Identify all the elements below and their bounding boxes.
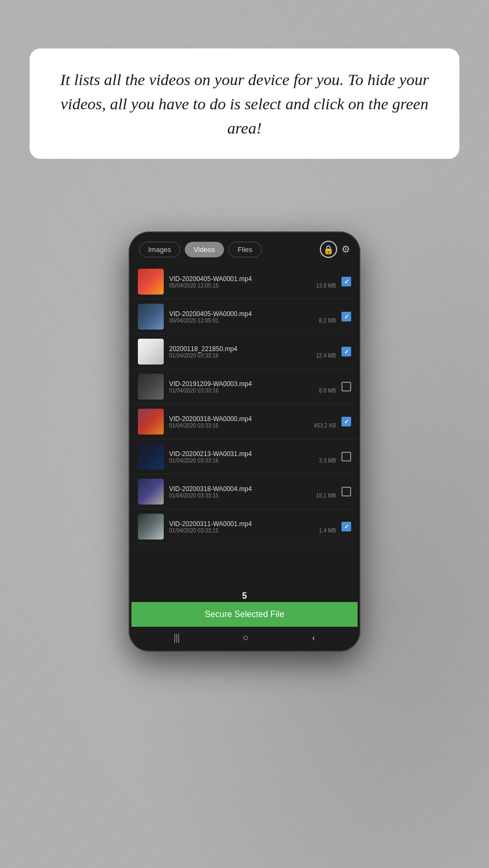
file-thumb-4 bbox=[138, 409, 164, 435]
nav-bar: ||| ○ ‹ bbox=[131, 627, 358, 649]
file-size-5: 3.3 MB bbox=[319, 458, 336, 464]
tab-images[interactable]: Images bbox=[139, 242, 180, 257]
tab-icons: 🔒 ⚙ bbox=[320, 241, 350, 258]
file-size-0: 13.8 MB bbox=[316, 283, 336, 289]
secure-selected-button[interactable]: Secure Selected File bbox=[131, 602, 358, 627]
file-checkbox-2[interactable] bbox=[341, 347, 351, 356]
file-name-5: VID-20200213-WA0031.mp4 bbox=[169, 450, 336, 458]
phone-device: Images Videos Files 🔒 ⚙ VID-20200405-WA0… bbox=[129, 232, 360, 652]
file-size-3: 8.8 MB bbox=[319, 388, 336, 394]
file-checkbox-4[interactable] bbox=[341, 417, 351, 426]
file-checkbox-3[interactable] bbox=[341, 382, 351, 391]
file-name-2: 20200118_221850.mp4 bbox=[169, 345, 336, 353]
file-list: VID-20200405-WA0001.mp4 05/04/2020 12:05… bbox=[131, 264, 358, 589]
tab-videos[interactable]: Videos bbox=[185, 242, 225, 257]
tab-files[interactable]: Files bbox=[228, 242, 261, 257]
file-meta-0: 05/04/2020 12:05:16 13.8 MB bbox=[169, 283, 336, 289]
phone-screen: Images Videos Files 🔒 ⚙ VID-20200405-WA0… bbox=[131, 234, 358, 649]
tab-bar: Images Videos Files 🔒 ⚙ bbox=[131, 234, 358, 264]
file-name-3: VID-20191209-WA0003.mp4 bbox=[169, 380, 336, 388]
file-date-4: 01/04/2020 03:33:16 bbox=[169, 423, 219, 429]
file-item-0[interactable]: VID-20200405-WA0001.mp4 05/04/2020 12:05… bbox=[131, 264, 358, 299]
file-date-7: 01/04/2020 03:33:15 bbox=[169, 528, 219, 534]
file-info-0: VID-20200405-WA0001.mp4 05/04/2020 12:05… bbox=[169, 275, 336, 289]
file-checkbox-1[interactable] bbox=[341, 312, 351, 321]
file-size-7: 1.4 MB bbox=[319, 528, 336, 534]
file-name-1: VID-20200405-WA0000.mp4 bbox=[169, 310, 336, 318]
file-size-6: 18.1 MB bbox=[316, 493, 336, 499]
file-meta-5: 01/04/2020 03:33:16 3.3 MB bbox=[169, 458, 336, 464]
file-size-1: 8.2 MB bbox=[319, 318, 336, 324]
file-info-6: VID-20200318-WA0004.mp4 01/04/2020 03:33… bbox=[169, 485, 336, 499]
file-checkbox-0[interactable] bbox=[341, 277, 351, 286]
file-meta-1: 05/04/2020 12:05:01 8.2 MB bbox=[169, 318, 336, 324]
file-date-0: 05/04/2020 12:05:16 bbox=[169, 283, 219, 289]
file-info-2: 20200118_221850.mp4 01/04/2020 03:33:16 … bbox=[169, 345, 336, 359]
action-count: 5 bbox=[131, 589, 358, 602]
file-date-2: 01/04/2020 03:33:16 bbox=[169, 353, 219, 359]
lock-icon[interactable]: 🔒 bbox=[320, 241, 337, 258]
file-thumb-6 bbox=[138, 479, 164, 505]
file-item-3[interactable]: VID-20191209-WA0003.mp4 01/04/2020 03:33… bbox=[131, 369, 358, 404]
file-info-1: VID-20200405-WA0000.mp4 05/04/2020 12:05… bbox=[169, 310, 336, 324]
back-nav-icon[interactable]: ||| bbox=[174, 632, 180, 643]
file-thumb-2 bbox=[138, 339, 164, 365]
file-info-7: VID-20200311-WA0001.mp4 01/04/2020 03:33… bbox=[169, 520, 336, 534]
file-name-0: VID-20200405-WA0001.mp4 bbox=[169, 275, 336, 283]
file-meta-6: 01/04/2020 03:33:15 18.1 MB bbox=[169, 493, 336, 499]
file-checkbox-7[interactable] bbox=[341, 522, 351, 531]
file-item-7[interactable]: VID-20200311-WA0001.mp4 01/04/2020 03:33… bbox=[131, 509, 358, 544]
file-checkbox-6[interactable] bbox=[341, 487, 351, 496]
file-date-1: 05/04/2020 12:05:01 bbox=[169, 318, 219, 324]
file-thumb-0 bbox=[138, 269, 164, 295]
file-name-7: VID-20200311-WA0001.mp4 bbox=[169, 520, 336, 528]
file-info-5: VID-20200213-WA0031.mp4 01/04/2020 03:33… bbox=[169, 450, 336, 464]
file-item-6[interactable]: VID-20200318-WA0004.mp4 01/04/2020 03:33… bbox=[131, 474, 358, 509]
file-meta-3: 01/04/2020 03:33:16 8.8 MB bbox=[169, 388, 336, 394]
file-date-5: 01/04/2020 03:33:16 bbox=[169, 458, 219, 464]
file-thumb-5 bbox=[138, 444, 164, 470]
file-thumb-1 bbox=[138, 304, 164, 330]
file-thumb-7 bbox=[138, 514, 164, 540]
file-checkbox-5[interactable] bbox=[341, 452, 351, 461]
file-meta-4: 01/04/2020 03:33:16 453.2 KB bbox=[169, 423, 336, 429]
file-item-1[interactable]: VID-20200405-WA0000.mp4 05/04/2020 12:05… bbox=[131, 299, 358, 334]
gear-icon[interactable]: ⚙ bbox=[341, 243, 350, 255]
file-size-4: 453.2 KB bbox=[314, 423, 336, 429]
file-size-2: 12.4 MB bbox=[316, 353, 336, 359]
action-bar: 5 Secure Selected File bbox=[131, 589, 358, 627]
file-item-5[interactable]: VID-20200213-WA0031.mp4 01/04/2020 03:33… bbox=[131, 439, 358, 474]
file-name-6: VID-20200318-WA0004.mp4 bbox=[169, 485, 336, 493]
speech-bubble-text: It lists all the videos on your device f… bbox=[54, 67, 435, 140]
file-meta-7: 01/04/2020 03:33:15 1.4 MB bbox=[169, 528, 336, 534]
file-meta-2: 01/04/2020 03:33:16 12.4 MB bbox=[169, 353, 336, 359]
phone-wrapper: Images Videos Files 🔒 ⚙ VID-20200405-WA0… bbox=[129, 232, 360, 652]
file-item-4[interactable]: VID-20200318-WA0000.mp4 01/04/2020 03:33… bbox=[131, 404, 358, 439]
recent-nav-icon[interactable]: ‹ bbox=[312, 632, 315, 643]
file-date-3: 01/04/2020 03:33:16 bbox=[169, 388, 219, 394]
file-info-4: VID-20200318-WA0000.mp4 01/04/2020 03:33… bbox=[169, 415, 336, 429]
file-date-6: 01/04/2020 03:33:15 bbox=[169, 493, 219, 499]
file-info-3: VID-20191209-WA0003.mp4 01/04/2020 03:33… bbox=[169, 380, 336, 394]
file-name-4: VID-20200318-WA0000.mp4 bbox=[169, 415, 336, 423]
file-thumb-3 bbox=[138, 374, 164, 400]
speech-bubble: It lists all the videos on your device f… bbox=[30, 48, 459, 159]
home-nav-icon[interactable]: ○ bbox=[243, 632, 249, 643]
file-item-2[interactable]: 20200118_221850.mp4 01/04/2020 03:33:16 … bbox=[131, 334, 358, 369]
